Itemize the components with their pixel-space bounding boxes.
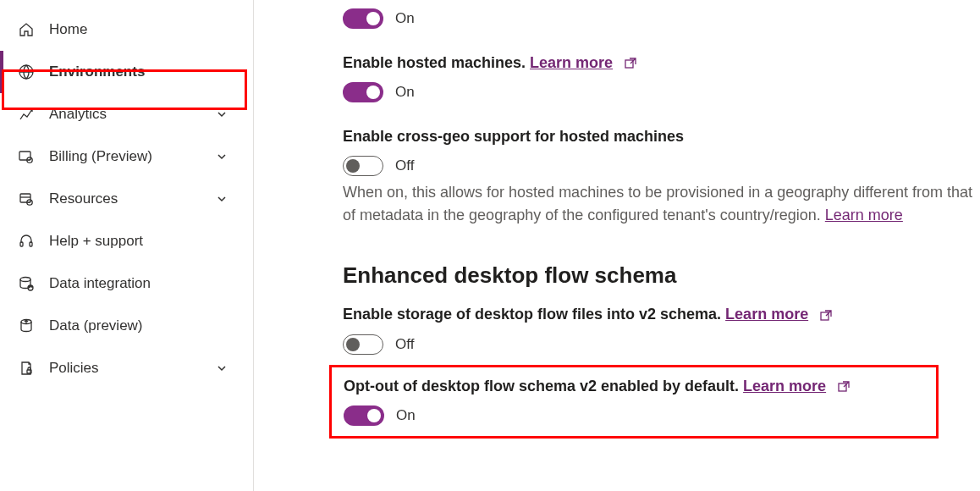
setting-block-optout-v2: Opt-out of desktop flow schema v2 enable… [344,376,924,426]
sidebar-item-label: Home [49,21,87,38]
sidebar-item-label: Data (preview) [49,317,143,334]
home-icon [17,20,36,39]
setting-description: When on, this allows for hosted machines… [343,181,980,227]
toggle-state-label: Off [395,157,414,174]
toggle-state-label: On [396,407,416,424]
sidebar-item-label: Policies [49,360,99,377]
sidebar: Home Environments Analytics Billing (Pre… [0,0,254,491]
toggle-cross-geo[interactable] [343,156,383,176]
chevron-down-icon [216,151,228,163]
learn-more-link[interactable]: Learn more [725,306,808,323]
learn-more-link[interactable]: Learn more [530,54,613,71]
policies-icon [17,359,36,378]
sidebar-item-billing[interactable]: Billing (Preview) [0,135,253,178]
data-preview-icon [17,317,36,335]
toggle-state-label: On [395,84,415,101]
label-text: Enable storage of desktop flow files int… [343,306,725,323]
svg-point-7 [20,278,30,282]
data-integration-icon [17,274,36,293]
sidebar-item-home[interactable]: Home [0,8,253,51]
external-link-icon [819,309,833,323]
setting-label: Opt-out of desktop flow schema v2 enable… [344,376,924,397]
main-content: On Enable hosted machines. Learn more On… [254,0,980,491]
label-text: Opt-out of desktop flow schema v2 enable… [344,378,743,394]
sidebar-item-label: Environments [49,63,145,80]
chevron-down-icon [216,362,228,374]
toggle-0[interactable] [343,8,383,29]
external-link-icon [837,380,851,394]
sidebar-item-help[interactable]: Help + support [0,220,253,262]
highlight-main: Opt-out of desktop flow schema v2 enable… [329,365,939,439]
learn-more-link[interactable]: Learn more [743,378,826,394]
svg-rect-12 [821,312,829,320]
resources-icon [17,190,36,208]
chevron-down-icon [216,193,228,205]
learn-more-link[interactable]: Learn more [825,207,903,223]
sidebar-item-environments[interactable]: Environments [0,51,253,93]
analytics-icon [17,105,36,124]
billing-icon [17,147,36,166]
svg-rect-11 [625,60,633,68]
toggle-v2-storage[interactable] [343,334,383,355]
section-heading: Enhanced desktop flow schema [343,262,980,289]
toggle-state-label: Off [395,336,414,353]
external-link-icon [624,57,637,70]
setting-label: Enable hosted machines. Learn more [343,52,980,74]
svg-rect-1 [19,152,30,160]
sidebar-item-label: Analytics [49,106,107,123]
headset-icon [17,232,36,251]
setting-block-0: On [343,8,980,29]
sidebar-item-analytics[interactable]: Analytics [0,93,253,135]
sidebar-item-policies[interactable]: Policies [0,347,253,389]
sidebar-item-label: Resources [49,190,118,207]
sidebar-item-data-preview[interactable]: Data (preview) [0,305,253,347]
chevron-down-icon [216,108,228,120]
svg-rect-13 [839,383,846,391]
sidebar-item-label: Data integration [49,275,151,292]
setting-label: Enable storage of desktop flow files int… [343,304,980,325]
globe-icon [17,63,36,81]
toggle-optout-v2[interactable] [344,405,384,426]
setting-block-cross-geo: Enable cross-geo support for hosted mach… [343,126,980,227]
sidebar-item-label: Help + support [49,233,143,250]
setting-label: Enable cross-geo support for hosted mach… [343,126,980,147]
setting-block-v2-storage: Enable storage of desktop flow files int… [343,304,980,354]
sidebar-item-data-integration[interactable]: Data integration [0,262,253,305]
sidebar-item-resources[interactable]: Resources [0,178,253,220]
setting-block-hosted-machines: Enable hosted machines. Learn more On [343,52,980,102]
toggle-state-label: On [395,10,415,27]
svg-rect-3 [20,194,30,202]
toggle-hosted-machines[interactable] [343,82,383,102]
label-text: Enable hosted machines. [343,54,530,71]
sidebar-item-label: Billing (Preview) [49,148,152,165]
